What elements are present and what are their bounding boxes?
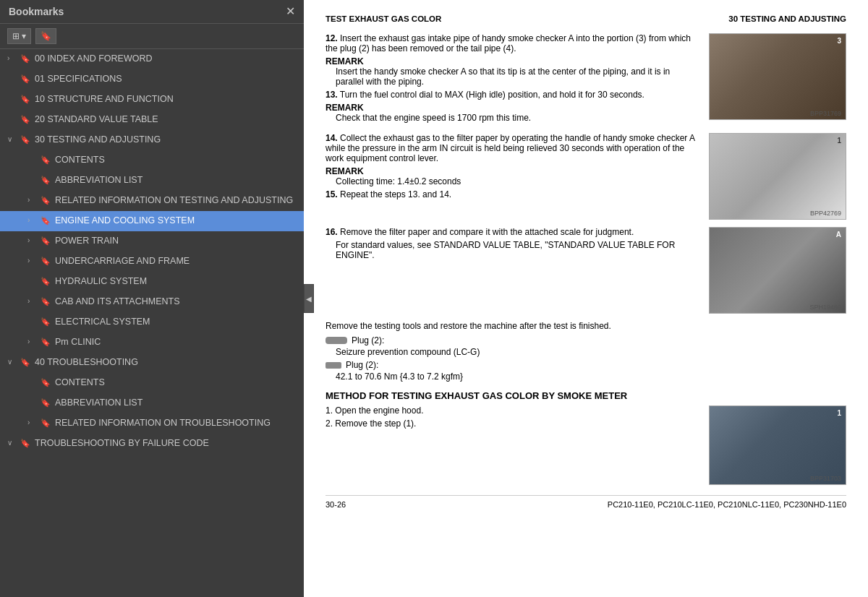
sidebar-item-item-30-related[interactable]: ›🔖RELATED INFORMATION ON TESTING AND ADJ… xyxy=(0,191,304,211)
sidebar-item-item-10[interactable]: 🔖10 STRUCTURE AND FUNCTION xyxy=(0,90,304,110)
plug2b-row: Plug (2): xyxy=(326,360,846,370)
sidebar-item-item-30-abbrev[interactable]: 🔖ABBREVIATION LIST xyxy=(0,171,304,191)
bookmark-icon-item-30-power: 🔖 xyxy=(41,235,51,248)
sidebar: Bookmarks ✕ ⊞ ▾ 🔖 ›🔖00 INDEX AND FOREWOR… xyxy=(0,0,304,597)
plug2-row: Plug (2): xyxy=(326,335,846,345)
sidebar-item-item-30-engine[interactable]: ›🔖ENGINE AND COOLING SYSTEM xyxy=(0,211,304,231)
restore-section: Remove the testing tools and restore the… xyxy=(326,321,846,382)
method-header: METHOD FOR TESTING EXHAUST GAS COLOR BY … xyxy=(326,390,846,401)
bookmark-icon-item-30-undercarriage: 🔖 xyxy=(41,255,51,268)
step-12: 12. Insert the exhaust gas intake pipe o… xyxy=(326,33,697,53)
sidebar-item-item-30-cab[interactable]: ›🔖CAB AND ITS ATTACHMENTS xyxy=(0,292,304,312)
sidebar-item-item-40[interactable]: ∨🔖40 TROUBLESHOOTING xyxy=(0,353,304,373)
toggle-icon-item-30-pm: › xyxy=(27,336,38,348)
step-13-num: 13. xyxy=(326,90,338,100)
plug2b-value: 42.1 to 70.6 Nm {4.3 to 7.2 kgfm} xyxy=(336,371,846,382)
bookmark-icon-item-30-pm: 🔖 xyxy=(41,336,51,349)
doc-header-left: TEST EXHAUST GAS COLOR xyxy=(326,14,441,23)
plug2-label: Plug (2): xyxy=(352,335,384,345)
step-13-text: Turn the fuel control dial to MAX (High … xyxy=(340,90,644,100)
text-col-3: 16. Remove the filter paper and compare … xyxy=(326,227,697,314)
step-12-text: Insert the exhaust gas intake pipe of ha… xyxy=(326,33,691,53)
image-1-label: BPP31769 xyxy=(810,110,841,117)
view-button[interactable]: ⊞ ▾ xyxy=(7,28,31,44)
sidebar-item-item-40-failure[interactable]: ∨🔖TROUBLESHOOTING BY FAILURE CODE xyxy=(0,434,304,454)
sidebar-item-item-30-hydraulic[interactable]: 🔖HYDRAULIC SYSTEM xyxy=(0,272,304,292)
main-content: TEST EXHAUST GAS COLOR 30 TESTING AND AD… xyxy=(304,0,868,597)
sidebar-item-item-00[interactable]: ›🔖00 INDEX AND FOREWORD xyxy=(0,49,304,69)
bookmark-icon-item-30-contents: 🔖 xyxy=(41,154,51,167)
restore-text: Remove the testing tools and restore the… xyxy=(326,321,846,331)
sidebar-item-item-40-related[interactable]: ›🔖RELATED INFORMATION ON TROUBLESHOOTING xyxy=(0,413,304,434)
sidebar-item-item-20[interactable]: 🔖20 STANDARD VALUE TABLE xyxy=(0,110,304,130)
sidebar-label-item-30: 30 TESTING AND ADJUSTING xyxy=(35,134,298,146)
sidebar-item-item-30-undercarriage[interactable]: ›🔖UNDERCARRIAGE AND FRAME xyxy=(0,252,304,272)
image-3-label: SPH19460 xyxy=(809,304,841,311)
sidebar-item-item-40-abbrev[interactable]: 🔖ABBREVIATION LIST xyxy=(0,393,304,413)
toggle-icon-item-30-cab: › xyxy=(27,296,38,307)
bookmark-icon-item-30-engine: 🔖 xyxy=(41,215,51,228)
sidebar-item-item-30-power[interactable]: ›🔖POWER TRAIN xyxy=(0,231,304,252)
toggle-icon-item-30-undercarriage: › xyxy=(27,255,38,267)
sidebar-label-item-30-related: RELATED INFORMATION ON TESTING AND ADJUS… xyxy=(55,194,298,207)
plug-icon-2 xyxy=(326,362,341,369)
section-steps-12-14: 12. Insert the exhaust gas intake pipe o… xyxy=(326,33,846,126)
image-3: A SPH19460 xyxy=(709,227,846,314)
sidebar-label-item-30-power: POWER TRAIN xyxy=(55,235,298,247)
plug2-value: Seizure prevention compound (LC-G) xyxy=(336,347,846,357)
method-step-1-num: 1. xyxy=(326,405,333,416)
bookmark-icon-item-40-related: 🔖 xyxy=(41,417,51,430)
sidebar-toolbar: ⊞ ▾ 🔖 xyxy=(0,24,304,49)
bookmark-icon-item-40-abbrev: 🔖 xyxy=(41,397,51,410)
remark-3-label: REMARK xyxy=(326,166,364,176)
sidebar-label-item-00: 00 INDEX AND FOREWORD xyxy=(35,53,298,65)
remark-1-text: Insert the handy smoke checker A so that… xyxy=(336,66,697,87)
section-step-16: 16. Remove the filter paper and compare … xyxy=(326,227,846,314)
image-4-corner: 1 xyxy=(837,409,841,417)
doc-header: TEST EXHAUST GAS COLOR 30 TESTING AND AD… xyxy=(326,14,846,23)
sidebar-item-item-30[interactable]: ∨🔖30 TESTING AND ADJUSTING xyxy=(0,130,304,150)
toggle-icon-item-40: ∨ xyxy=(7,356,17,368)
image-4: 1 BPP31703 xyxy=(709,405,846,485)
step-15: 15. Repeat the steps 13. and 14. xyxy=(326,189,697,199)
section-method-steps: 1. Open the engine hood. 2. Remove the s… xyxy=(326,405,846,485)
bookmark-button[interactable]: 🔖 xyxy=(35,28,56,44)
footer-right: PC210-11E0, PC210LC-11E0, PC210NLC-11E0,… xyxy=(608,500,846,509)
step-14-num: 14. xyxy=(326,133,338,143)
toggle-icon-item-30-power: › xyxy=(27,235,38,246)
text-col-4: 1. Open the engine hood. 2. Remove the s… xyxy=(326,405,697,485)
step-16-num: 16. xyxy=(326,227,338,237)
sidebar-item-item-40-contents[interactable]: 🔖CONTENTS xyxy=(0,373,304,393)
image-4-label: BPP31703 xyxy=(810,475,841,482)
bookmark-icon-item-10: 🔖 xyxy=(20,93,30,106)
sidebar-label-item-30-contents: CONTENTS xyxy=(55,154,298,166)
sidebar-item-item-30-contents[interactable]: 🔖CONTENTS xyxy=(0,150,304,171)
doc-header-right: 30 TESTING AND ADJUSTING xyxy=(728,14,846,23)
step-16: 16. Remove the filter paper and compare … xyxy=(326,227,697,237)
remark-2-text: Check that the engine speed is 1700 rpm … xyxy=(336,113,697,123)
sidebar-item-item-30-electrical[interactable]: 🔖ELECTRICAL SYSTEM xyxy=(0,312,304,332)
sidebar-label-item-40-related: RELATED INFORMATION ON TROUBLESHOOTING xyxy=(55,417,298,429)
close-button[interactable]: ✕ xyxy=(286,6,295,17)
image-2: 1 BPP42769 xyxy=(709,133,846,220)
text-col-1: 12. Insert the exhaust gas intake pipe o… xyxy=(326,33,697,126)
step-14: 14. Collect the exhaust gas to the filte… xyxy=(326,133,697,163)
step-13: 13. Turn the fuel control dial to MAX (H… xyxy=(326,90,697,100)
sidebar-label-item-01: 01 SPECIFICATIONS xyxy=(35,73,298,85)
bookmark-icon-item-01: 🔖 xyxy=(20,73,30,86)
plug2b-label: Plug (2): xyxy=(346,360,378,370)
sidebar-title: Bookmarks xyxy=(9,6,64,17)
collapse-sidebar-button[interactable]: ◀ xyxy=(304,284,314,313)
sidebar-tree[interactable]: ›🔖00 INDEX AND FOREWORD🔖01 SPECIFICATION… xyxy=(0,49,304,597)
image-3-corner: A xyxy=(836,231,841,239)
bookmark-icon-item-30-related: 🔖 xyxy=(41,194,51,207)
sidebar-label-item-30-abbrev: ABBREVIATION LIST xyxy=(55,174,298,186)
method-step-2: 2. Remove the step (1). xyxy=(326,418,697,429)
sidebar-item-item-30-pm[interactable]: ›🔖Pm CLINIC xyxy=(0,332,304,353)
step-14-text: Collect the exhaust gas to the filter pa… xyxy=(326,133,694,163)
sidebar-label-item-40-failure: TROUBLESHOOTING BY FAILURE CODE xyxy=(35,437,298,450)
footer-left: 30-26 xyxy=(326,500,346,509)
bookmark-icon-item-30: 🔖 xyxy=(20,134,30,147)
remark-2: REMARK Check that the engine speed is 17… xyxy=(326,103,697,123)
sidebar-item-item-01[interactable]: 🔖01 SPECIFICATIONS xyxy=(0,69,304,90)
